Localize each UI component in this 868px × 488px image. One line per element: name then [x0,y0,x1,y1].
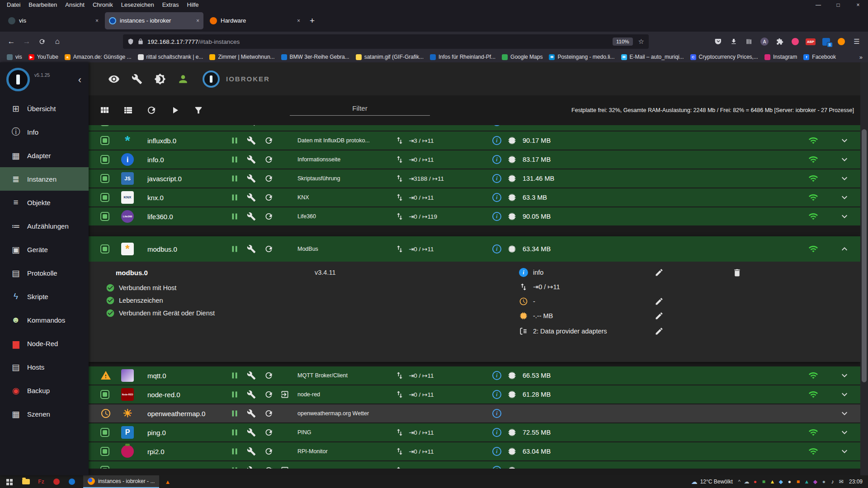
settings-button[interactable] [247,193,256,202]
sidebar-item-protokolle[interactable]: ▤Protokolle [0,261,89,285]
menu-hilfe[interactable]: Hilfe [183,1,203,8]
tray-icon[interactable]: ● [751,479,760,485]
explorer-icon[interactable] [18,475,33,488]
expand-button[interactable] [839,135,850,146]
settings-button[interactable] [247,125,256,126]
tray-icon[interactable]: ✉ [837,479,845,485]
menu-bearbeiten[interactable]: Bearbeiten [24,1,61,8]
running-toggle[interactable] [100,244,109,253]
tray-icon[interactable]: ● [785,479,794,485]
maintenance-button[interactable] [128,70,146,88]
expand-button[interactable] [839,192,850,203]
menu-button[interactable]: ☰ [849,34,864,49]
sidebar-item-kommandos[interactable]: ☻Kommandos [0,308,89,332]
tray-icon[interactable]: ■ [794,479,802,485]
bookmark-item[interactable]: Zimmer | Mietwohnun... [206,54,278,60]
bookmark-item[interactable]: Infos für Rheinland-Pf... [427,54,499,60]
tray-icon[interactable]: ■ [760,479,768,485]
home-button[interactable]: ⌂ [50,34,65,49]
info-button[interactable]: i [492,466,501,469]
tab-close-icon[interactable]: × [297,18,300,24]
pause-button[interactable] [230,244,240,254]
settings-button[interactable] [247,244,256,253]
extension-orange-icon[interactable] [834,34,849,49]
pause-button[interactable] [230,465,240,469]
edit-provider-button[interactable] [655,327,664,336]
sidebar-item-geräte[interactable]: ▣Geräte [0,238,89,261]
tray-icon[interactable]: ◆ [811,479,820,485]
settings-button[interactable] [247,409,256,418]
open-window-button[interactable] [280,390,289,399]
theme-toggle-button[interactable] [151,70,169,88]
info-button[interactable]: i [492,136,501,145]
restart-button[interactable] [264,390,274,399]
lock-icon[interactable] [137,38,144,45]
bookmark-item[interactable]: ▶YouTube [25,54,61,60]
expand-button[interactable] [839,211,850,222]
restart-button[interactable] [264,447,274,456]
app-icon-blue[interactable] [69,479,75,485]
filezilla-icon[interactable]: Fz [33,475,49,488]
open-window-button[interactable] [280,466,289,469]
settings-button[interactable] [247,466,256,469]
tray-icon[interactable]: ▲ [802,479,811,485]
restart-button[interactable] [264,193,274,202]
info-button[interactable]: i [492,409,501,418]
library-icon[interactable] [741,34,757,49]
settings-button[interactable] [247,447,256,456]
settings-button[interactable] [247,212,256,221]
restart-button[interactable] [264,466,274,469]
scrollbar-thumb[interactable] [862,129,867,382]
expand-button[interactable] [839,125,850,127]
info-button[interactable]: i [492,428,501,437]
tray-icon[interactable]: ● [820,479,828,485]
info-button[interactable]: i [492,244,501,253]
menu-chronik[interactable]: Chronik [89,1,117,8]
restart-button[interactable] [264,155,274,164]
restart-button[interactable] [264,174,274,183]
pause-button[interactable] [230,446,240,456]
bookmarks-overflow-button[interactable]: » [854,54,868,61]
settings-button[interactable] [247,428,256,437]
sidebar-item-hosts[interactable]: ▤Hosts [0,355,89,379]
tray-icon[interactable]: ☁ [742,479,751,485]
collapse-sidebar-button[interactable]: ‹ [78,74,81,86]
running-toggle[interactable] [100,390,109,399]
bookmark-item[interactable]: fFacebook [800,54,839,60]
scrollbar[interactable] [860,62,868,475]
bookmark-item[interactable]: aAmazon.de: Günstige ... [61,54,135,60]
menu-extras[interactable]: Extras [158,1,183,8]
expand-button[interactable] [839,427,850,438]
restart-button[interactable] [264,244,274,254]
pause-button[interactable] [230,371,240,380]
visibility-button[interactable] [105,70,123,88]
edit-memory-button[interactable] [655,311,664,320]
expand-button[interactable] [839,173,850,184]
settings-button[interactable] [247,371,256,380]
running-toggle[interactable] [100,428,109,437]
info-button[interactable]: i [492,447,501,456]
info-button[interactable]: i [492,193,501,202]
vlc-icon[interactable]: ▲ [165,479,170,485]
menu-datei[interactable]: Datei [3,1,24,8]
running-toggle[interactable] [100,174,109,183]
restart-button[interactable] [264,428,274,437]
pause-button[interactable] [230,427,240,437]
bookmark-item[interactable]: vis [4,54,25,60]
pause-button[interactable] [230,211,240,221]
info-button[interactable]: i [492,125,501,126]
settings-button[interactable] [247,155,256,164]
delete-instance-button[interactable] [732,268,742,277]
running-toggle[interactable] [100,155,109,164]
minimize-button[interactable]: — [808,2,828,8]
pause-button[interactable] [230,136,240,145]
info-button[interactable]: i [492,174,501,183]
account-icon[interactable]: A [757,34,772,49]
expand-button[interactable] [839,389,850,400]
restart-button[interactable] [264,212,274,221]
pause-button[interactable] [230,192,240,202]
app-icon-red[interactable] [53,479,60,485]
filter-button[interactable] [193,105,204,116]
adblock-icon[interactable]: ABP [803,34,818,49]
menu-ansicht[interactable]: Ansicht [61,1,89,8]
